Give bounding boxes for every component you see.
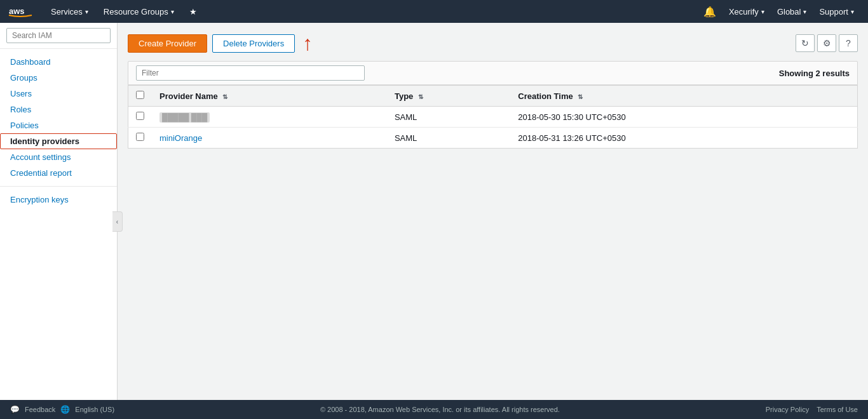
table-header-row: Provider Name ⇅ Type ⇅ Creation Time ⇅: [128, 86, 858, 107]
type-label: Type: [395, 91, 413, 101]
footer-left: 💬 Feedback 🌐 English (US): [10, 405, 114, 414]
row1-checkbox[interactable]: [136, 112, 144, 120]
row1-provider-name-blurred: █████ ███: [159, 112, 210, 123]
sidebar-item-users[interactable]: Users: [0, 86, 117, 102]
terms-of-use-link[interactable]: Terms of Use: [817, 406, 858, 413]
delete-providers-button[interactable]: Delete Providers: [212, 34, 295, 53]
row2-creation-time: 2018-05-31 13:26 UTC+0530: [518, 133, 625, 143]
creation-time-sort-icon: ⇅: [578, 93, 583, 100]
user-menu[interactable]: Xecurify ▾: [722, 7, 771, 17]
footer-copyright: © 2008 - 2018, Amazon Web Services, Inc.…: [320, 406, 560, 413]
row1-type: SAML: [395, 112, 417, 122]
resource-groups-caret-icon: ▾: [171, 8, 174, 15]
support-menu[interactable]: Support ▾: [813, 7, 860, 17]
support-label: Support: [819, 7, 848, 17]
support-caret-icon: ▾: [851, 8, 854, 15]
user-name: Xecurify: [729, 7, 759, 17]
type-sort-icon: ⇅: [418, 93, 423, 100]
select-all-checkbox[interactable]: [136, 91, 144, 99]
sidebar-item-encryption-keys[interactable]: Encryption keys: [0, 192, 117, 208]
row1-creation-time-cell: 2018-05-30 15:30 UTC+0530: [510, 107, 857, 128]
sidebar-collapse-button[interactable]: ‹: [112, 211, 123, 232]
info-button[interactable]: ?: [839, 34, 858, 52]
notifications-bell[interactable]: 🔔: [697, 6, 722, 18]
provider-name-sort-icon: ⇅: [222, 93, 227, 100]
provider-name-label: Provider Name: [159, 91, 218, 101]
svg-text:aws: aws: [9, 6, 25, 16]
services-caret-icon: ▾: [85, 8, 88, 15]
main-content: Create Provider Delete Providers ↑ ↻ ⚙ ?…: [118, 23, 868, 400]
region-caret-icon: ▾: [803, 8, 806, 15]
toolbar-icons: ↻ ⚙ ?: [796, 34, 858, 52]
privacy-policy-link[interactable]: Privacy Policy: [766, 406, 809, 413]
sidebar-item-groups[interactable]: Groups: [0, 70, 117, 86]
results-count: Showing 2 results: [779, 69, 850, 78]
refresh-button[interactable]: ↻: [796, 34, 815, 52]
sidebar-search-container: [0, 23, 117, 49]
row2-provider-name-cell: miniOrange: [152, 128, 387, 149]
user-caret-icon: ▾: [761, 8, 764, 15]
row2-type-cell: SAML: [387, 128, 510, 149]
sidebar: Dashboard Groups Users Roles Policies Id…: [0, 23, 118, 400]
create-provider-button[interactable]: Create Provider: [128, 34, 207, 53]
language-link[interactable]: English (US): [75, 406, 114, 413]
row2-creation-time-cell: 2018-05-31 13:26 UTC+0530: [510, 128, 857, 149]
provider-name-header[interactable]: Provider Name ⇅: [152, 86, 387, 107]
star-icon: ★: [189, 7, 197, 17]
sidebar-item-credential-report[interactable]: Credential report: [0, 165, 117, 181]
top-navigation: aws Services ▾ Resource Groups ▾ ★ 🔔 Xec…: [0, 0, 868, 23]
select-all-header: [128, 86, 153, 107]
favorites-nav[interactable]: ★: [182, 0, 205, 23]
row2-checkbox-cell: [128, 128, 153, 149]
row2-checkbox[interactable]: [136, 133, 144, 141]
row2-type: SAML: [395, 133, 417, 143]
row1-checkbox-cell: [128, 107, 153, 128]
services-nav[interactable]: Services ▾: [43, 0, 96, 23]
language-icon: 🌐: [60, 405, 70, 414]
type-header[interactable]: Type ⇅: [387, 86, 510, 107]
table-row: █████ ███ SAML 2018-05-30 15:30 UTC+0530: [128, 107, 858, 128]
creation-time-label: Creation Time: [518, 91, 573, 101]
footer-right: Privacy Policy Terms of Use: [766, 406, 858, 413]
filter-input[interactable]: [136, 65, 365, 81]
row2-provider-name-link[interactable]: miniOrange: [159, 133, 202, 143]
settings-button[interactable]: ⚙: [817, 34, 836, 52]
resource-groups-label: Resource Groups: [104, 7, 168, 17]
row1-creation-time: 2018-05-30 15:30 UTC+0530: [518, 112, 625, 122]
resource-groups-nav[interactable]: Resource Groups ▾: [96, 0, 182, 23]
feedback-link[interactable]: Feedback: [25, 406, 55, 413]
services-label: Services: [51, 7, 83, 17]
footer: 💬 Feedback 🌐 English (US) © 2008 - 2018,…: [0, 400, 868, 419]
aws-logo[interactable]: aws: [8, 4, 33, 19]
region-menu[interactable]: Global ▾: [771, 7, 813, 17]
sidebar-item-policies[interactable]: Policies: [0, 117, 117, 133]
table-row: miniOrange SAML 2018-05-31 13:26 UTC+053…: [128, 128, 858, 149]
sidebar-item-identity-providers[interactable]: Identity providers: [0, 133, 117, 149]
content-header: Create Provider Delete Providers ↑ ↻ ⚙ ?: [128, 33, 858, 53]
search-input[interactable]: [6, 28, 111, 43]
feedback-icon: 💬: [10, 405, 20, 414]
filter-bar: Showing 2 results: [128, 61, 858, 85]
sidebar-item-account-settings[interactable]: Account settings: [0, 149, 117, 165]
sidebar-navigation: Dashboard Groups Users Roles Policies Id…: [0, 49, 117, 400]
arrow-annotation: ↑: [302, 33, 313, 53]
sidebar-item-dashboard[interactable]: Dashboard: [0, 54, 117, 70]
creation-time-header[interactable]: Creation Time ⇅: [510, 86, 857, 107]
row1-provider-name-cell: █████ ███: [152, 107, 387, 128]
sidebar-item-roles[interactable]: Roles: [0, 102, 117, 117]
row1-type-cell: SAML: [387, 107, 510, 128]
providers-table: Provider Name ⇅ Type ⇅ Creation Time ⇅: [128, 85, 858, 149]
region-label: Global: [777, 7, 801, 17]
